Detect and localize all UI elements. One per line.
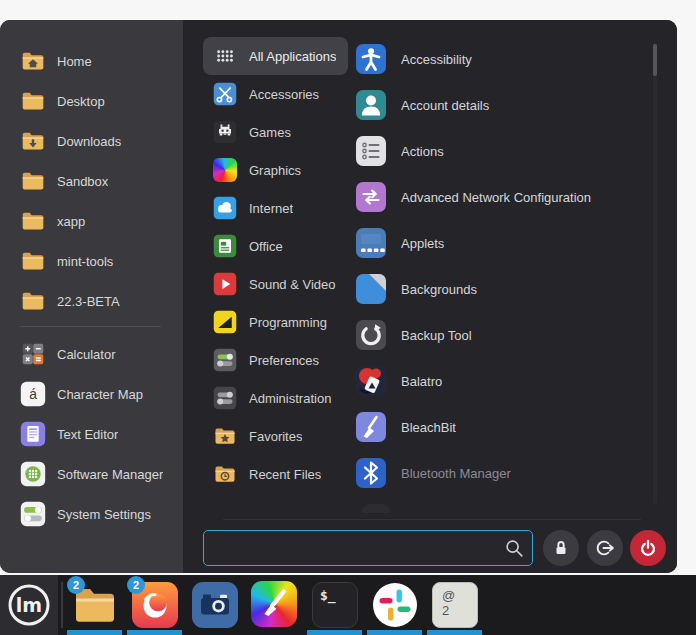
window-group-icon: @2	[432, 582, 478, 628]
sidebar-app-label: System Settings	[57, 507, 151, 522]
taskbar-item-screenshot-tool[interactable]	[185, 575, 245, 635]
scrollbar-track[interactable]	[653, 42, 657, 504]
lock-icon	[549, 536, 573, 560]
app-bluetooth-manager[interactable]: Bluetooth Manager	[355, 450, 655, 496]
app-label: Actions	[401, 144, 444, 159]
svg-text:á: á	[29, 386, 37, 402]
open-window-indicator	[307, 630, 362, 635]
applets-icon	[355, 227, 387, 259]
folder-icon	[20, 208, 46, 234]
app-backgrounds[interactable]: Backgrounds	[355, 266, 655, 312]
power-button[interactable]	[630, 530, 666, 566]
place-sandbox[interactable]: Sandbox	[0, 161, 183, 201]
menu-button[interactable]: lm	[0, 575, 58, 635]
category-administration[interactable]: Administration	[203, 379, 343, 417]
sidebar-app-character-map[interactable]: áCharacter Map	[0, 374, 183, 414]
place-mint-tools[interactable]: mint-tools	[0, 241, 183, 281]
app-accessibility[interactable]: Accessibility	[355, 36, 655, 82]
app-label: Advanced Network Configuration	[401, 190, 591, 205]
partially-visible-app-icon	[362, 504, 390, 513]
folder-icon	[20, 288, 46, 314]
taskbar-separator	[61, 582, 63, 628]
app-label: Bluetooth Manager	[401, 466, 511, 481]
place-downloads[interactable]: Downloads	[0, 121, 183, 161]
account-details-icon	[355, 89, 387, 121]
taskbar-item-paint[interactable]	[245, 575, 305, 635]
place-xapp[interactable]: xapp	[0, 201, 183, 241]
open-window-indicator	[367, 630, 422, 635]
category-recent-files[interactable]: Recent Files	[203, 455, 333, 493]
app-bleachbit[interactable]: BleachBit	[355, 404, 655, 450]
app-advanced-network-configuration[interactable]: Advanced Network Configuration	[355, 174, 655, 220]
folder-icon	[20, 88, 46, 114]
power-icon	[636, 536, 660, 560]
place-label: 22.3-BETA	[57, 294, 120, 309]
search-separator	[223, 519, 641, 520]
scrollbar-thumb[interactable]	[653, 44, 657, 76]
category-accessories[interactable]: Accessories	[203, 75, 331, 113]
bleachbit-icon	[355, 411, 387, 443]
category-label: Recent Files	[249, 467, 321, 482]
category-label: Games	[249, 125, 291, 140]
app-label: Backgrounds	[401, 282, 477, 297]
category-internet[interactable]: Internet	[203, 189, 305, 227]
taskbar: lm 22$_@2	[0, 575, 696, 635]
category-label: Accessories	[249, 87, 319, 102]
place-home[interactable]: Home	[0, 41, 183, 81]
app-label: BleachBit	[401, 420, 456, 435]
category-programming[interactable]: Programming	[203, 303, 339, 341]
taskbar-item-firefox[interactable]: 2	[125, 575, 185, 635]
category-favorites[interactable]: Favorites	[203, 417, 314, 455]
accessories-icon	[213, 82, 237, 106]
sound-video-icon	[213, 272, 237, 296]
app-actions[interactable]: Actions	[355, 128, 655, 174]
sidebar-app-text-editor[interactable]: Text Editor	[0, 414, 183, 454]
app-account-details[interactable]: Account details	[355, 82, 655, 128]
folder-download-icon	[20, 128, 46, 154]
app-balatro[interactable]: Balatro	[355, 358, 655, 404]
sidebar-app-software-manager[interactable]: Software Manager	[0, 454, 183, 494]
category-preferences[interactable]: Preferences	[203, 341, 331, 379]
place-label: Desktop	[57, 94, 105, 109]
logout-button[interactable]	[587, 530, 623, 566]
lock-button[interactable]	[543, 530, 579, 566]
place-22-3-beta[interactable]: 22.3-BETA	[0, 281, 183, 321]
sidebar-app-calculator[interactable]: Calculator	[0, 334, 183, 374]
category-games[interactable]: Games	[203, 113, 303, 151]
open-window-indicator	[127, 630, 182, 635]
category-office[interactable]: Office	[203, 227, 295, 265]
app-label: Backup Tool	[401, 328, 472, 343]
application-list: Accessibility Account detailsActionsAdva…	[355, 36, 655, 496]
category-graphics[interactable]: Graphics	[203, 151, 313, 189]
app-backup-tool[interactable]: Backup Tool	[355, 312, 655, 358]
category-label: All Applications	[249, 49, 336, 64]
sidebar-apps-list: CalculatoráCharacter Map Text EditorSoft…	[0, 334, 183, 534]
app-applets[interactable]: Applets	[355, 220, 655, 266]
category-label: Office	[249, 239, 283, 254]
search-input[interactable]	[203, 530, 533, 566]
place-desktop[interactable]: Desktop	[0, 81, 183, 121]
taskbar-item-file-manager[interactable]: 2	[65, 575, 125, 635]
calculator-icon	[20, 341, 46, 367]
application-menu: HomeDesktopDownloadsSandboxxappmint-tool…	[0, 20, 677, 573]
bluetooth-icon	[355, 457, 387, 489]
taskbar-item-window-group[interactable]: @2	[425, 575, 485, 635]
sidebar-app-system-settings[interactable]: System Settings	[0, 494, 183, 534]
category-all-applications[interactable]: All Applications	[203, 37, 348, 75]
category-label: Programming	[249, 315, 327, 330]
logout-icon	[593, 536, 617, 560]
svg-text:lm: lm	[16, 594, 42, 616]
sidebar-app-label: Text Editor	[57, 427, 118, 442]
actions-icon	[355, 135, 387, 167]
taskbar-item-slack[interactable]	[365, 575, 425, 635]
administration-icon	[213, 386, 237, 410]
search-box	[203, 530, 533, 566]
sidebar-app-label: Software Manager	[57, 467, 163, 482]
backgrounds-icon	[355, 273, 387, 305]
open-window-indicator	[427, 630, 482, 635]
terminal-icon: $_	[312, 582, 358, 628]
games-icon	[213, 120, 237, 144]
taskbar-item-terminal[interactable]: $_	[305, 575, 365, 635]
folder-favorites-icon	[213, 424, 237, 448]
category-sound-video[interactable]: Sound & Video	[203, 265, 348, 303]
